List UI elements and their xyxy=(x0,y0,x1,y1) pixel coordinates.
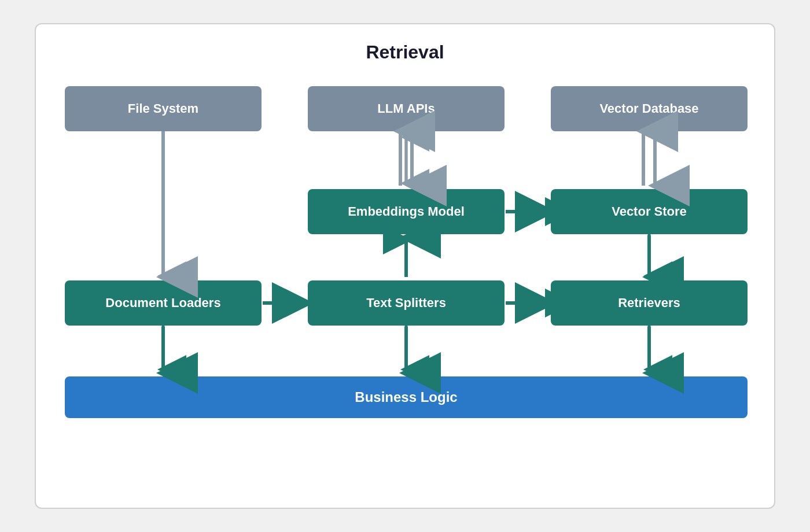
file-system-node: File System xyxy=(65,86,262,131)
document-loaders-node: Document Loaders xyxy=(65,280,262,326)
llm-apis-node: LLM APIs xyxy=(308,86,505,131)
text-splitters-node: Text Splitters xyxy=(308,280,505,326)
vector-store-node: Vector Store xyxy=(551,189,748,234)
diagram-container: Retrieval xyxy=(35,23,775,509)
diagram-title: Retrieval xyxy=(366,42,444,63)
vector-database-node: Vector Database xyxy=(551,86,748,131)
embeddings-model-node: Embeddings Model xyxy=(308,189,505,234)
retrievers-node: Retrievers xyxy=(551,280,748,326)
business-logic-node: Business Logic xyxy=(65,376,748,418)
arrows-overlay-svg xyxy=(65,86,748,422)
